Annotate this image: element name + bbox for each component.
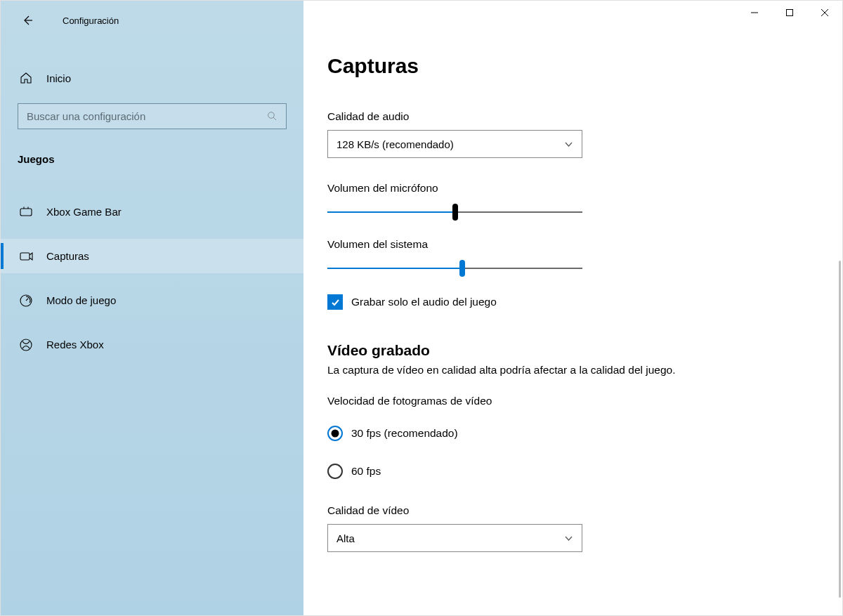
game-mode-icon bbox=[18, 293, 34, 308]
slider-thumb[interactable] bbox=[459, 260, 465, 277]
search-box[interactable] bbox=[18, 103, 287, 129]
slider-thumb[interactable] bbox=[452, 204, 458, 221]
mic-volume-slider[interactable] bbox=[327, 202, 582, 223]
video-quality-label: Calidad de vídeo bbox=[327, 504, 818, 517]
recorded-video-description: La captura de vídeo en calidad alta podr… bbox=[327, 364, 818, 376]
sidebar-item-redes-xbox[interactable]: Redes Xbox bbox=[1, 327, 303, 362]
svg-point-5 bbox=[268, 112, 274, 119]
radio-label: 30 fps (recomendado) bbox=[351, 427, 458, 440]
sidebar-item-modo-de-juego[interactable]: Modo de juego bbox=[1, 283, 303, 317]
recorded-video-heading: Vídeo grabado bbox=[327, 342, 818, 359]
frame-rate-label: Velocidad de fotogramas de vídeo bbox=[327, 395, 818, 407]
sidebar-item-label: Xbox Game Bar bbox=[46, 206, 122, 218]
home-icon bbox=[18, 71, 33, 86]
chevron-down-icon bbox=[563, 139, 573, 149]
audio-quality-label: Calidad de audio bbox=[327, 110, 818, 123]
close-button[interactable] bbox=[807, 1, 842, 25]
back-button[interactable] bbox=[20, 13, 34, 27]
svg-rect-10 bbox=[20, 253, 30, 260]
mic-volume-label: Volumen del micrófono bbox=[327, 182, 818, 195]
search-input[interactable] bbox=[27, 110, 252, 122]
dropdown-value: Alta bbox=[336, 532, 355, 544]
svg-rect-1 bbox=[787, 10, 793, 16]
audio-quality-dropdown[interactable]: 128 KB/s (recomendado) bbox=[327, 130, 582, 158]
svg-point-13 bbox=[20, 339, 32, 350]
svg-line-6 bbox=[273, 117, 276, 120]
frame-rate-option-30[interactable]: 30 fps (recomendado) bbox=[327, 420, 818, 447]
chevron-down-icon bbox=[563, 533, 573, 543]
search-icon bbox=[266, 111, 277, 122]
radio-button[interactable] bbox=[327, 426, 343, 441]
sidebar-item-xbox-game-bar[interactable]: Xbox Game Bar bbox=[1, 195, 303, 229]
sidebar: Configuración Inicio Juegos Xbox Game bbox=[1, 1, 303, 615]
window-controls bbox=[737, 1, 842, 25]
minimize-button[interactable] bbox=[737, 1, 772, 25]
video-quality-dropdown[interactable]: Alta bbox=[327, 524, 582, 552]
nav-home[interactable]: Inicio bbox=[1, 65, 303, 91]
sidebar-item-capturas[interactable]: Capturas bbox=[1, 239, 303, 273]
svg-line-12 bbox=[26, 299, 28, 301]
maximize-button[interactable] bbox=[772, 1, 807, 25]
xbox-network-icon bbox=[18, 337, 34, 353]
game-bar-icon bbox=[18, 204, 34, 220]
scrollbar[interactable] bbox=[839, 261, 841, 598]
radio-label: 60 fps bbox=[351, 465, 381, 478]
dropdown-value: 128 KB/s (recomendado) bbox=[336, 138, 454, 150]
sidebar-item-label: Redes Xbox bbox=[46, 339, 104, 350]
frame-rate-option-60[interactable]: 60 fps bbox=[327, 458, 818, 485]
sidebar-item-label: Modo de juego bbox=[46, 294, 116, 306]
window-title: Configuración bbox=[63, 15, 119, 26]
captures-icon bbox=[18, 249, 34, 264]
sys-volume-slider[interactable] bbox=[327, 258, 582, 279]
main-panel: Capturas Calidad de audio 128 KB/s (reco… bbox=[303, 1, 842, 615]
nav-home-label: Inicio bbox=[46, 72, 71, 84]
sidebar-category: Juegos bbox=[18, 153, 303, 165]
sidebar-item-label: Capturas bbox=[46, 250, 89, 262]
radio-button[interactable] bbox=[327, 464, 343, 479]
sys-volume-label: Volumen del sistema bbox=[327, 238, 818, 251]
record-game-audio-checkbox[interactable] bbox=[327, 294, 343, 310]
page-title: Capturas bbox=[327, 54, 818, 78]
svg-rect-7 bbox=[20, 209, 32, 216]
record-game-audio-label: Grabar solo el audio del juego bbox=[351, 296, 497, 308]
